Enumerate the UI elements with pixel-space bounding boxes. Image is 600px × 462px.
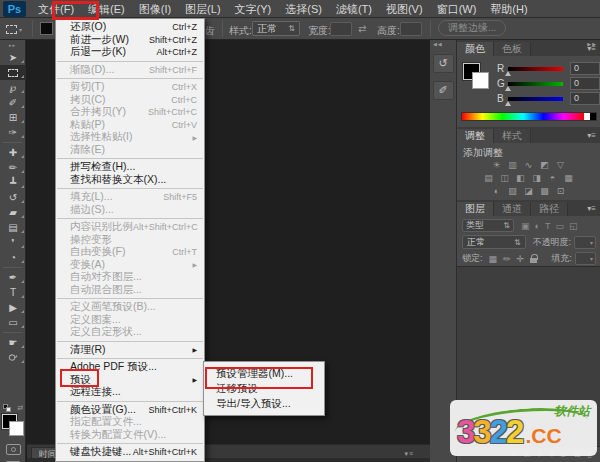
adjustment-exposure-icon[interactable]: ◩ [539,160,551,170]
tab-adjustments[interactable]: 调整 [457,129,494,143]
tab-channels[interactable]: 通道 [494,202,531,216]
eyedropper-tool[interactable]: ✑ [0,125,26,140]
filter-adjustment-layers-icon[interactable]: ◐ [535,221,540,231]
refine-edge-button[interactable]: 调整边缘... [438,20,506,36]
width-input[interactable] [330,22,352,36]
filter-pixel-layers-icon[interactable]: ▣ [521,221,530,231]
menu-item-remote-connections[interactable]: 远程连接... [56,386,204,399]
adjustment-vibrance-icon[interactable]: ▽ [555,160,567,170]
path-selection-tool[interactable]: ▶ [0,300,26,315]
background-color-swatch[interactable] [472,72,489,89]
channel-slider-blue[interactable] [508,97,563,101]
lasso-tool[interactable]: ℘ [0,80,26,95]
swap-colors-icon[interactable]: ⇄ [17,404,23,412]
adjustment-black-white-icon[interactable]: ◧ [515,173,527,183]
channel-slider-red[interactable] [508,67,563,71]
menubar-item-filter[interactable]: 滤镜(T) [329,0,379,18]
menubar-item-select[interactable]: 选择(S) [278,0,329,18]
swap-dimensions-icon[interactable]: ⇄ [358,23,366,34]
eraser-tool[interactable]: ▰ [0,205,26,220]
lock-position-icon[interactable]: ✛ [517,254,525,264]
tab-styles[interactable]: 样式 [494,129,531,143]
brush-tool[interactable]: ✏ [0,160,26,175]
quick-mask-mode-button[interactable] [6,444,21,455]
hand-tool[interactable]: ☛ [0,335,26,350]
rectangular-marquee-tool[interactable] [0,65,26,80]
default-colors-icon[interactable] [3,404,11,412]
history-brush-tool[interactable]: ↺ [0,190,26,205]
lock-transparency-icon[interactable]: ▦ [489,254,498,264]
slider-thumb[interactable] [505,101,511,106]
menu-item-purge[interactable]: 清理(R)▶ [56,344,204,357]
menu-item-check-spelling[interactable]: 拼写检查(H)... [56,161,204,174]
toolbar-collapse-arrows[interactable]: ▸▸ [0,40,25,50]
tab-swatches[interactable]: 色板 [494,42,531,56]
adjustment-gradient-map-icon[interactable]: ▩ [539,186,551,196]
filter-smart-objects-icon[interactable]: ◱ [569,221,578,231]
menu-item-color-settings[interactable]: 颜色设置(G)...Shift+Ctrl+K [56,404,204,417]
adjustment-curves-icon[interactable]: ∿ [523,160,535,170]
channel-value-green[interactable]: 0 [570,77,600,90]
selection-mode-swatch[interactable] [40,22,53,35]
properties-panel-icon[interactable]: ✐ [433,81,454,100]
menubar-item-layer[interactable]: 图层(L) [178,0,227,18]
menu-item-step-forward[interactable]: 前进一步(W)Shift+Ctrl+Z [56,34,204,47]
style-select[interactable]: 正常 ⇅ [252,21,300,36]
menubar-item-type[interactable]: 文字(Y) [228,0,279,18]
tab-paths[interactable]: 路径 [531,202,568,216]
adjustment-photo-filter-icon[interactable]: ◨ [531,173,543,183]
shape-tool[interactable]: ▭ [0,315,26,330]
color-spectrum-ramp[interactable] [461,112,597,121]
menu-item-undo[interactable]: 还原(O)Ctrl+Z [56,21,204,34]
adjustment-hue-saturation-icon[interactable]: ▤ [483,173,495,183]
menu-item-keyboard-shortcuts[interactable]: 键盘快捷键...Alt+Shift+Ctrl+K [56,446,204,459]
filter-shape-layers-icon[interactable]: ▭ [555,221,564,231]
expand-dock-arrows[interactable]: ◀◀ [430,40,456,49]
layer-filter-select[interactable]: 类型 ⇅ [462,219,514,232]
adjustment-color-lookup-icon[interactable]: ▦ [563,173,575,183]
adjustment-invert-icon[interactable]: ◐ [491,186,503,196]
adjustment-posterize-icon[interactable]: ▨ [507,186,519,196]
channel-value-blue[interactable]: 0 [570,92,600,105]
type-tool[interactable]: T [0,285,26,300]
ps-logo[interactable]: Ps [3,1,26,17]
color-panel-menu-icon[interactable]: ▾≡ [587,44,596,53]
adjustments-panel-menu-icon[interactable]: ▾≡ [587,131,596,140]
background-color-swatch[interactable] [9,421,24,436]
clone-stamp-tool[interactable]: ┻ [0,175,26,190]
height-input[interactable] [400,22,422,36]
menu-item-find-replace-text[interactable]: 查找和替换文本(X)... [56,174,204,187]
lock-all-icon[interactable] [530,254,537,263]
opacity-input[interactable]: ▾ [574,236,596,249]
pen-tool[interactable]: ✒ [0,270,26,285]
blur-tool[interactable]: ❜ [0,235,26,250]
adjustment-color-balance-icon[interactable]: ◫ [499,173,511,183]
slider-thumb[interactable] [505,71,511,76]
tool-preset-picker[interactable]: ▾ [6,22,26,36]
history-panel-icon[interactable]: ↺ [433,54,454,73]
menubar-item-image[interactable]: 图像(I) [132,0,178,18]
zoom-tool[interactable]: Q [0,350,26,365]
filter-type-layers-icon[interactable]: T [545,221,551,231]
channel-value-red[interactable]: 0 [570,62,600,75]
crop-tool[interactable]: ⊞ [0,110,26,125]
menubar-item-view[interactable]: 视图(V) [379,0,430,18]
tab-color[interactable]: 颜色 [457,42,494,56]
move-tool[interactable]: ➤ [0,50,26,65]
quick-selection-tool[interactable]: ✐ [0,95,26,110]
channel-slider-green[interactable] [508,82,563,86]
adjustment-levels-icon[interactable]: ▥ [507,160,519,170]
gradient-tool[interactable]: ▤ [0,220,26,235]
adjustment-threshold-icon[interactable]: ◪ [523,186,535,196]
timeline-panel-menu-icon[interactable]: ▾≡ [404,450,414,458]
adjustment-selective-color-icon[interactable]: ⊡ [555,186,567,196]
blend-mode-select[interactable]: 正常 ⇅ [462,235,526,249]
slider-thumb[interactable] [505,86,511,91]
menubar-item-window[interactable]: 窗口(W) [430,0,484,18]
adjustment-brightness-contrast-icon[interactable]: ☀ [491,160,503,170]
menubar-item-help[interactable]: 帮助(H) [483,0,534,18]
adjustment-channel-mixer-icon[interactable]: ◓ [547,173,559,183]
fill-input[interactable]: ▾ [575,252,596,265]
submenu-item-export-import-presets[interactable]: 导出/导入预设... [204,396,324,411]
dodge-tool[interactable]: ◔ [0,250,26,265]
